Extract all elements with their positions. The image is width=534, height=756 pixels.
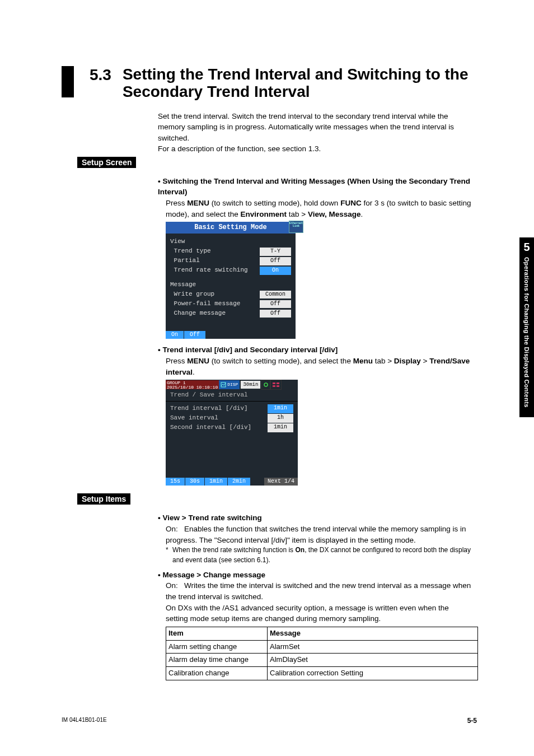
scr1-lbl: Trend type	[170, 247, 260, 256]
scr1-val: Off	[260, 257, 291, 265]
scr2-rate: 30min	[241, 381, 260, 389]
svg-point-1	[264, 383, 268, 386]
txt: .	[361, 210, 363, 218]
thumbtab-number: 5	[519, 241, 534, 254]
scr1-val-highlight: On	[260, 267, 291, 275]
bullet-3-title: View > Trend rate switching	[158, 512, 471, 524]
scr1-lbl: Change message	[170, 309, 260, 318]
scr1-foot-on: On	[166, 331, 184, 339]
scr2-val: 1h	[268, 414, 293, 423]
record-icon	[261, 380, 270, 390]
footnote-star: *	[166, 545, 172, 565]
environment-tab: Environment	[241, 210, 287, 218]
table-row: Alarm setting changeAlarmSet	[166, 640, 478, 654]
scr1-view-hdr: View	[170, 237, 291, 246]
disp-icon: DISP	[219, 380, 240, 389]
table-cell: AlarmSet	[268, 640, 478, 654]
bullet-2-title: Trend interval [/div] and Secondary inte…	[158, 344, 471, 356]
setup-screen-label: Setup Screen	[77, 157, 136, 168]
scr1-foot: On Off	[166, 331, 296, 339]
bullet-3-footnote: * When the trend rate switching function…	[166, 545, 471, 565]
screenshot-basic-setting-mode: Basic Setting Mode Ethernet Link View Tr…	[158, 222, 296, 339]
txt: .	[193, 368, 195, 376]
scr1-msg-hdr: Message	[170, 281, 291, 290]
thumbtab-text: Operations for Changing the Displayed Co…	[523, 257, 530, 410]
ethernet-link-icon: Ethernet Link	[289, 221, 303, 233]
table-header-row: Item Message	[166, 627, 478, 640]
scr2-val: 1min	[268, 423, 293, 432]
table-row: Calibration changeCalibration correction…	[166, 667, 478, 680]
scr1: Basic Setting Mode Ethernet Link View Tr…	[166, 222, 296, 339]
scr1-foot-off: Off	[184, 331, 206, 339]
disp-label: DISP	[227, 381, 238, 388]
svg-rect-5	[277, 385, 279, 387]
svg-rect-3	[277, 382, 279, 384]
txt: When the trend rate switching function i…	[172, 546, 295, 554]
txt: tab >	[287, 210, 308, 218]
scr2-foot-btn: 15s	[166, 478, 185, 486]
scr1-val: Common	[260, 291, 291, 299]
bullet-2-line: Press MENU (to switch to setting mode), …	[166, 356, 471, 377]
scr1-row: PartialOff	[170, 256, 291, 265]
display-item: Display	[394, 357, 421, 365]
svg-rect-2	[273, 382, 275, 384]
footnote-text: When the trend rate switching function i…	[172, 545, 471, 565]
page-footer: IM 04L41B01-01E 5-5	[62, 717, 477, 725]
page: 5.3 Setting the Trend Interval and Switc…	[0, 0, 534, 756]
heading-number: 5.3	[90, 66, 111, 84]
bullet-1-line: Press MENU (to switch to setting mode), …	[166, 198, 471, 220]
setup-screen-body: Switching the Trend Interval and Writing…	[158, 171, 471, 486]
txt: Press	[166, 357, 187, 365]
heading-bar	[62, 66, 74, 97]
bullet-4-p2: On DXs with the /AS1 advanced security o…	[166, 603, 471, 624]
intro-p1: Set the trend interval. Switch the trend…	[158, 111, 471, 144]
scr1-lbl: Trend rate switching	[170, 266, 260, 275]
table-cell: Alarm delay time change	[166, 654, 268, 667]
view-message-item: View, Message	[308, 210, 361, 218]
scr2-row: Save interval1h	[170, 414, 293, 423]
menu-key: MENU	[187, 199, 209, 207]
table-h2: Message	[268, 627, 478, 640]
setup-items-label: Setup Items	[77, 493, 130, 505]
scr2-top: GROUP 1 2025/10/10 10:10:10 DISP 30min	[166, 380, 298, 390]
scr2-lbl: Save interval	[170, 414, 268, 423]
on-word: On	[295, 546, 305, 554]
bullet-1-title: Switching the Trend Interval and Writing…	[158, 176, 471, 198]
scr1-row: Change messageOff	[170, 309, 291, 318]
scr2-datetime: 2025/10/10 10:10:10	[167, 385, 218, 390]
table-cell: Calibration change	[166, 667, 268, 680]
scr2-foot-btn: 2min	[228, 478, 251, 486]
footer-left: IM 04L41B01-01E	[62, 717, 107, 725]
scr2-foot: 15s 30s 1min 2min Next 1/4	[166, 478, 298, 486]
message-table: Item Message Alarm setting changeAlarmSe…	[166, 627, 478, 680]
menu-tab: Menu	[353, 357, 373, 365]
table-h1: Item	[166, 627, 268, 640]
scr1-lbl: Write group	[170, 290, 260, 299]
table-cell: Alarm setting change	[166, 640, 268, 654]
bullet-3-p1: On: Enables the function that switches t…	[166, 524, 471, 545]
bullet-4-title: Message > Change message	[158, 570, 471, 581]
scr2-subtitle: Trend / Save interval	[166, 390, 298, 402]
menu-key: MENU	[187, 357, 209, 365]
txt: (to switch to setting mode), and select …	[209, 357, 353, 365]
scr2-val-highlight: 1min	[268, 404, 293, 413]
bullet-4-p1: On: Writes the time the interval is swit…	[166, 580, 471, 602]
txt: Press	[166, 199, 187, 207]
footer-right: 5-5	[467, 717, 477, 725]
scr2-group: GROUP 1 2025/10/10 10:10:10	[166, 380, 219, 389]
scr1-lbl: Power-fail message	[170, 300, 260, 309]
scr1-body: View Trend typeT-Y PartialOff Trend rate…	[166, 234, 296, 331]
scr2-lbl: Second interval [/div]	[170, 423, 268, 432]
scr1-lbl: Partial	[170, 256, 260, 265]
txt: (to switch to setting mode), hold down	[209, 199, 340, 207]
scr1-row: Power-fail messageOff	[170, 300, 291, 309]
txt: tab >	[373, 357, 394, 365]
scr2-foot-btn: 30s	[185, 478, 205, 486]
scr2-foot-btn: 1min	[205, 478, 228, 486]
table-cell: Calibration correction Setting	[268, 667, 478, 680]
heading-title: Setting the Trend Interval and Switching…	[123, 66, 477, 101]
chapter-thumbtab: 5 Operations for Changing the Displayed …	[519, 237, 534, 417]
section-heading: 5.3 Setting the Trend Interval and Switc…	[62, 66, 477, 101]
scr1-row: Write groupCommon	[170, 290, 291, 299]
scr1-val: T-Y	[260, 248, 291, 256]
